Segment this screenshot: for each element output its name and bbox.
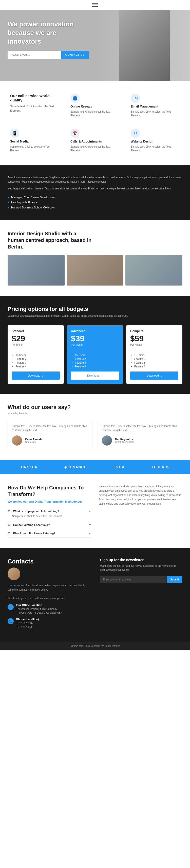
newsletter-submit-button[interactable]: Submit: [167, 576, 182, 583]
testimonials-section: What do our users say? Image by Freepik …: [0, 394, 190, 460]
dark-paragraph-2: Nec feugiat nisl pretium fusce id. Justo…: [8, 186, 182, 191]
email-icon: 📧: [131, 94, 140, 103]
testimonial-text-1: Sample text. Click to select the text bo…: [12, 424, 88, 432]
contacts-title: Contacts: [8, 558, 90, 565]
social-desc: Sample text. Click to select the Text El…: [10, 145, 59, 152]
accordion-item-2[interactable]: 02. House Painting Essentials? ▼: [8, 521, 91, 529]
standart-download-button[interactable]: Download ↓: [12, 371, 60, 380]
pricing-section: Pricing options for all budgets Excepteu…: [0, 296, 190, 394]
accordion-num-2: 02.: [8, 524, 11, 526]
phone-title: Phone (Landline): [16, 618, 39, 621]
accordion-arrow-2: ▼: [89, 524, 91, 526]
complite-feature-1: 15 Users: [134, 353, 178, 357]
transform-title: How Do We Help Companies To Transform?: [8, 484, 91, 498]
complite-download-button[interactable]: Download ↓: [130, 371, 178, 380]
transform-section: How Do We Help Companies To Transform? W…: [0, 474, 190, 548]
newsletter-title: Sign up for the newsletter: [100, 558, 182, 562]
complite-download-arrow-icon: ↓: [160, 374, 162, 378]
office-line-2: The Courtyard, Al Quoz 1, Colorado USA: [16, 611, 62, 615]
site-header: [0, 0, 190, 10]
testimonial-text-2: Sample text. Click to select the text bo…: [102, 424, 178, 432]
online-research-icon: 🔵: [70, 94, 80, 103]
standart-plan-name: Standart: [12, 330, 60, 333]
phone-icon: 📞: [8, 618, 14, 624]
testimonial-card-1: Sample text. Click to select the text bo…: [8, 420, 92, 450]
dark-section: Amet luctus venenatis lectus magna fring…: [0, 165, 190, 220]
complite-period: Per Month: [130, 343, 178, 346]
advanced-price: $39: [71, 334, 119, 343]
person-role-2: Chief Accountant: [115, 441, 134, 443]
bullet-item-1: Managing Your Career Development: [8, 195, 182, 200]
newsletter-input[interactable]: [100, 576, 167, 583]
complite-download-label: Download: [147, 374, 159, 377]
accordion-num-1: 01.: [8, 510, 11, 513]
transform-subtitle: We created our own Digital Transformatio…: [8, 500, 91, 503]
social-title: Social Media: [10, 140, 59, 143]
office-line-1: The Interior Design Studio Company: [16, 607, 62, 611]
accordion-item-1[interactable]: 01. What is off page seo link building? …: [8, 507, 91, 521]
hero-section: We power innovation because we are innov…: [0, 10, 190, 81]
service-item-online-research: 🔵 Online Research Sample text. Click to …: [68, 91, 122, 120]
site-footer: Sample text. Click to select the Text El…: [0, 642, 190, 650]
contacts-section: Contacts Use our contact form for all in…: [0, 548, 190, 642]
bullet-item-3: Harvard Business School Collection: [8, 205, 182, 210]
service-item-website: 🖥 Website Design Sample text. Click to s…: [128, 126, 182, 155]
phone-line-1: +912 567 8987: [16, 621, 39, 625]
dark-paragraph-1: Amet luctus venenatis lectus magna fring…: [8, 175, 182, 184]
transform-right-text: We want to understand who your clients a…: [99, 484, 182, 506]
hero-person-image: [119, 10, 170, 81]
accordion-content-1: Sample text. Click to select the Text El…: [8, 514, 91, 518]
studio-title: Interior Design Studio with a human cent…: [8, 230, 94, 250]
person-name-2: Nat Reynolds: [115, 438, 134, 441]
location-icon: 📍: [8, 604, 14, 610]
accordion-title-3: Plan Ahead For Home Painting?: [13, 532, 89, 535]
online-research-title: Online Research: [70, 105, 120, 108]
complite-feature-4: Feature 4: [134, 365, 178, 368]
service-featured-title: Our call service world quality: [10, 94, 59, 102]
bullet-item-2: Leading with Finance: [8, 200, 182, 205]
advanced-feature-1: 15 Users: [75, 353, 119, 357]
contacts-avatar: [8, 567, 20, 580]
studio-image-2: [67, 255, 124, 285]
pricing-desc: Excepteur sint occaecat cupidatat non pr…: [8, 314, 182, 318]
accordion-item-3[interactable]: 03. Plan Ahead For Home Painting? ▼: [8, 529, 91, 537]
advanced-plan-name: Advanced: [71, 330, 119, 333]
services-section: Our call service world quality Sample te…: [0, 81, 190, 165]
logo-crolla: CROLLA: [21, 465, 37, 469]
service-featured-desc: Sample text. Click to select the Text El…: [10, 104, 59, 113]
logo-binance: ◈ BINANCE: [64, 465, 87, 469]
testimonial-card-2: Sample text. Click to select the text bo…: [98, 420, 182, 450]
hamburger-menu[interactable]: [92, 3, 98, 7]
service-item-email: 📧 Email Management Sample text. Click to…: [128, 91, 182, 120]
hero-cta-button[interactable]: CONTACT US: [61, 51, 89, 59]
standart-feature-2: Feature 2: [16, 357, 60, 361]
contacts-desc: Use our contact form for all information…: [8, 583, 90, 600]
website-desc: Sample text. Click to select the Text El…: [131, 145, 180, 152]
image-credit: Image by Freepik: [8, 412, 182, 415]
pricing-card-standart: Standart $29 Per Month 15 Users Feature …: [8, 326, 64, 384]
accordion-arrow-1: ▼: [89, 510, 91, 513]
advanced-feature-2: Feature 2: [75, 357, 119, 361]
advanced-download-button[interactable]: Download ↓: [71, 371, 119, 380]
logos-section: CROLLA ◈ BINANCE EVGA TESLA ⊕: [0, 460, 190, 474]
accordion-num-3: 03.: [8, 532, 11, 535]
hero-email-input[interactable]: [8, 51, 61, 59]
avatar-1: [12, 435, 22, 445]
standart-period: Per Month: [12, 343, 60, 346]
person-name-1: Celia Almeda: [25, 438, 42, 441]
service-item-social: 📱 Social Media Sample text. Click to sel…: [8, 126, 62, 155]
advanced-download-arrow-icon: ↓: [101, 374, 103, 378]
calls-desc: Sample text. Click to select the Text El…: [70, 145, 120, 152]
phone-line-2: +912 352 3336: [16, 625, 39, 629]
hero-title: We power innovation because we are innov…: [8, 20, 89, 45]
email-title: Email Management: [131, 105, 180, 108]
complite-feature-2: Feature 2: [134, 357, 178, 361]
avatar-2: [102, 435, 112, 445]
advanced-period: Per Month: [71, 343, 119, 346]
online-research-desc: Sample text. Click to select the Text El…: [70, 110, 120, 117]
standart-price: $29: [12, 334, 60, 343]
office-title: Our Office Location: [16, 603, 62, 607]
person-role-1: Secretary: [25, 441, 42, 443]
footer-text: Sample text. Click to select the Text El…: [8, 645, 182, 647]
accordion-title-1: What is off page seo link building?: [13, 510, 89, 513]
